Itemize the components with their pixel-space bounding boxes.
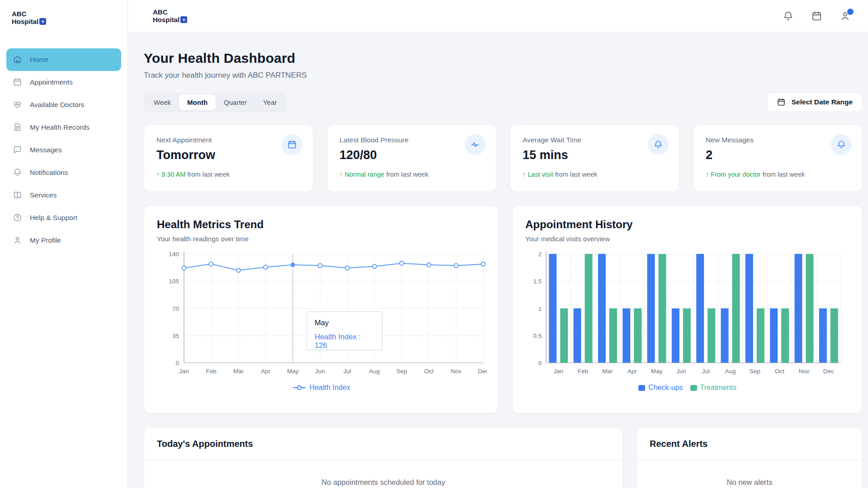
- chart-tooltip: May Health Index : 126: [307, 311, 382, 350]
- bell-icon: [12, 168, 22, 178]
- sidebar-item-notifications[interactable]: Notifications: [6, 161, 121, 184]
- legend-treatments[interactable]: Treatments: [690, 384, 736, 392]
- sidebar-item-my-health-records[interactable]: My Health Records: [6, 116, 121, 139]
- sidebar-item-appointments[interactable]: Appointments: [6, 71, 121, 94]
- calendar-icon: [12, 77, 22, 87]
- stat-change-suffix: from last week: [763, 171, 805, 178]
- recent-alerts-title: Recent Alerts: [637, 427, 862, 461]
- svg-text:Dec: Dec: [478, 368, 487, 375]
- stat-change-text: Normal range: [344, 171, 384, 178]
- hospital-plus-icon: +: [39, 18, 46, 25]
- hospital-plus-icon: +: [180, 16, 187, 23]
- svg-text:0.5: 0.5: [533, 333, 542, 339]
- sidebar-item-messages[interactable]: Messages: [6, 139, 121, 161]
- line-chart-legend[interactable]: Health Index: [157, 384, 486, 392]
- bottom-row: Today's Appointments No appointments sch…: [144, 427, 863, 488]
- stat-change-text: Last visit: [528, 171, 553, 178]
- legend-swatch-icon: [690, 385, 697, 391]
- sidebar-item-help-support[interactable]: Help & Support: [6, 206, 121, 229]
- sidebar-item-available-doctors[interactable]: Available Doctors: [6, 94, 121, 116]
- line-chart[interactable]: 03570105140JanFebMarAprMayJunJulAugSepOc…: [157, 250, 486, 382]
- sidebar-item-services[interactable]: Services: [6, 184, 121, 206]
- sidebar-item-home[interactable]: Home: [6, 48, 121, 71]
- svg-text:Nov: Nov: [451, 368, 462, 375]
- notification-badge: [847, 9, 854, 15]
- svg-text:Aug: Aug: [369, 368, 380, 375]
- page-title: Your Health Dashboard: [144, 51, 863, 66]
- up-arrow-icon: ↑: [340, 171, 344, 178]
- legend-label: Treatments: [700, 384, 736, 392]
- line-chart-subtitle: Your health readings over time: [157, 235, 486, 243]
- todays-appointments-empty: No appointments scheduled for today: [144, 461, 623, 488]
- book-open-icon: [12, 190, 22, 200]
- logo-line1: ABC: [153, 8, 187, 16]
- calendar-icon: [282, 134, 302, 155]
- calendar-icon: [811, 10, 822, 22]
- legend-check-ups[interactable]: Check-ups: [638, 384, 683, 392]
- bar-chart-legend: Check-upsTreatments: [525, 384, 849, 392]
- recent-alerts-empty: No new alerts: [637, 461, 862, 488]
- stat-card-new-messages: New Messages2↑ From your doctor from las…: [693, 124, 863, 192]
- svg-text:Dec: Dec: [823, 368, 834, 375]
- sidebar-item-label: My Profile: [30, 236, 61, 244]
- heart-pulse-icon: [12, 100, 22, 110]
- svg-text:May: May: [287, 368, 299, 375]
- svg-text:Mar: Mar: [233, 368, 244, 375]
- page-subtitle: Track your health journey with ABC PARTN…: [144, 71, 863, 80]
- svg-text:105: 105: [169, 278, 179, 285]
- line-series-icon: [292, 385, 306, 390]
- svg-text:Apr: Apr: [261, 368, 271, 375]
- sidebar-item-label: Services: [30, 191, 57, 199]
- sidebar-item-my-profile[interactable]: My Profile: [6, 229, 121, 252]
- stat-card-latest-blood-pressure: Latest Blood Pressure120/80↑ Normal rang…: [327, 124, 496, 192]
- bell-button[interactable]: [783, 10, 794, 22]
- home-icon: [12, 55, 22, 65]
- calendar-button[interactable]: [811, 10, 822, 22]
- tooltip-value: Health Index : 126: [315, 333, 374, 350]
- sidebar-item-label: Messages: [30, 146, 62, 154]
- stat-card-average-wait-time: Average Wait Time15 mins↑ Last visit fro…: [510, 124, 679, 192]
- sidebar-logo: ABC Hospital +: [12, 10, 121, 26]
- stat-change-text: 9:30 AM: [161, 171, 185, 178]
- topbar: ABC Hospital +: [128, 0, 868, 32]
- time-range-tabs: WeekMonthQuarterYear: [144, 93, 287, 112]
- svg-text:Oct: Oct: [424, 368, 434, 375]
- bell-icon: [831, 134, 852, 155]
- bar-chart[interactable]: 00.511.52JanFebMarAprMayJunJulAugSepOctN…: [525, 250, 849, 382]
- select-date-range-button[interactable]: Select Date Range: [767, 92, 863, 112]
- sidebar-item-label: Notifications: [30, 169, 68, 177]
- appointments-bar-plot: 00.511.52JanFebMarAprMayJunJulAugSepOctN…: [525, 250, 844, 380]
- svg-text:Feb: Feb: [578, 368, 588, 375]
- profile-button[interactable]: [840, 10, 851, 22]
- tab-week[interactable]: Week: [146, 94, 179, 110]
- todays-appointments-title: Today's Appointments: [144, 427, 623, 461]
- svg-text:Mar: Mar: [602, 368, 613, 375]
- tab-quarter[interactable]: Quarter: [216, 94, 255, 110]
- svg-text:35: 35: [172, 333, 179, 339]
- bar-chart-title: Appointment History: [525, 218, 849, 231]
- message-icon: [12, 145, 22, 155]
- appointment-history-card: Appointment History Your medical visits …: [512, 206, 863, 413]
- stat-change-text: From your doctor: [711, 171, 760, 178]
- stat-value: 2: [706, 148, 850, 162]
- svg-text:0: 0: [538, 360, 542, 366]
- line-legend-label: Health Index: [310, 384, 350, 392]
- up-arrow-icon: ↑: [156, 171, 161, 178]
- up-arrow-icon: ↑: [523, 171, 528, 178]
- svg-text:Sep: Sep: [396, 368, 407, 375]
- user-icon: [12, 235, 22, 245]
- select-date-range-label: Select Date Range: [792, 98, 853, 106]
- svg-text:Sep: Sep: [750, 368, 760, 375]
- file-text-icon: [12, 122, 22, 132]
- tab-year[interactable]: Year: [255, 94, 285, 110]
- svg-text:Aug: Aug: [725, 368, 736, 375]
- svg-text:Oct: Oct: [775, 368, 784, 375]
- stat-change-suffix: from last week: [555, 171, 597, 178]
- sidebar: ABC Hospital + HomeAppointmentsAvailable…: [0, 0, 128, 488]
- legend-swatch-icon: [638, 385, 645, 391]
- toolbar: WeekMonthQuarterYear Select Date Range: [144, 92, 863, 112]
- sidebar-item-label: Help & Support: [30, 214, 77, 222]
- sidebar-item-label: Available Doctors: [30, 101, 84, 109]
- svg-text:Jun: Jun: [676, 368, 686, 375]
- tab-month[interactable]: Month: [179, 94, 216, 110]
